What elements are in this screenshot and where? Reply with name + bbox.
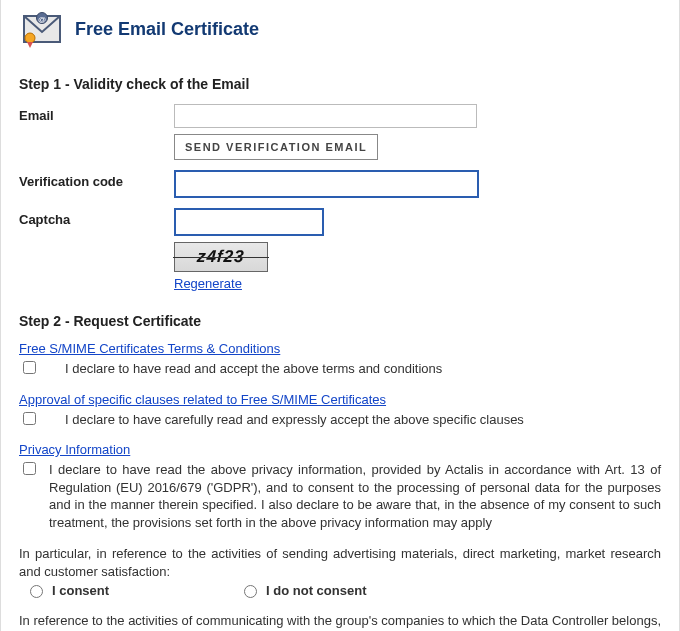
svg-point-3 xyxy=(25,33,35,43)
email-row: Email SEND VERIFICATION EMAIL xyxy=(19,104,661,160)
regenerate-link[interactable]: Regenerate xyxy=(174,276,242,291)
marketing1-consent-option[interactable]: I consent xyxy=(25,582,109,598)
no-consent-label: I do not consent xyxy=(266,583,366,598)
captcha-row: Captcha z4f23 Regenerate xyxy=(19,208,661,291)
marketing1-consent-radio[interactable] xyxy=(30,585,43,598)
step1-heading: Step 1 - Validity check of the Email xyxy=(19,76,661,92)
email-label: Email xyxy=(19,104,174,123)
verification-code-row: Verification code xyxy=(19,170,661,198)
captcha-input[interactable] xyxy=(174,208,324,236)
verification-code-label: Verification code xyxy=(19,170,174,189)
privacy-check-label: I declare to have read the above privacy… xyxy=(49,461,661,531)
consent-label: I consent xyxy=(52,583,109,598)
marketing1-noconsent-radio[interactable] xyxy=(244,585,257,598)
verification-code-input[interactable] xyxy=(174,170,479,198)
page-header: @ Free Email Certificate xyxy=(19,10,661,48)
email-certificate-icon: @ xyxy=(19,10,63,48)
privacy-checkbox[interactable] xyxy=(23,462,36,475)
privacy-link[interactable]: Privacy Information xyxy=(19,442,130,457)
marketing1-radios: I consent I do not consent xyxy=(25,582,661,598)
marketing2-text: In reference to the activities of commun… xyxy=(19,612,661,631)
svg-marker-4 xyxy=(27,42,33,48)
privacy-check-row: I declare to have read the above privacy… xyxy=(19,461,661,531)
send-verification-button[interactable]: SEND VERIFICATION EMAIL xyxy=(174,134,378,160)
svg-text:@: @ xyxy=(38,15,46,24)
marketing1-noconsent-option[interactable]: I do not consent xyxy=(239,582,366,598)
marketing1-text: In particular, in reference to the activ… xyxy=(19,545,661,580)
terms-link[interactable]: Free S/MIME Certificates Terms & Conditi… xyxy=(19,341,280,356)
captcha-strike xyxy=(173,257,269,258)
clauses-check-row: I declare to have carefully read and exp… xyxy=(19,411,661,429)
terms-checkbox[interactable] xyxy=(23,361,36,374)
page-container: @ Free Email Certificate Step 1 - Validi… xyxy=(0,0,680,631)
captcha-image: z4f23 xyxy=(174,242,268,272)
step2-heading: Step 2 - Request Certificate xyxy=(19,313,661,329)
clauses-checkbox[interactable] xyxy=(23,412,36,425)
clauses-check-label: I declare to have carefully read and exp… xyxy=(65,411,661,429)
captcha-label: Captcha xyxy=(19,208,174,227)
terms-check-row: I declare to have read and accept the ab… xyxy=(19,360,661,378)
email-input[interactable] xyxy=(174,104,477,128)
terms-check-label: I declare to have read and accept the ab… xyxy=(65,360,661,378)
clauses-link[interactable]: Approval of specific clauses related to … xyxy=(19,392,386,407)
page-title: Free Email Certificate xyxy=(75,19,259,40)
